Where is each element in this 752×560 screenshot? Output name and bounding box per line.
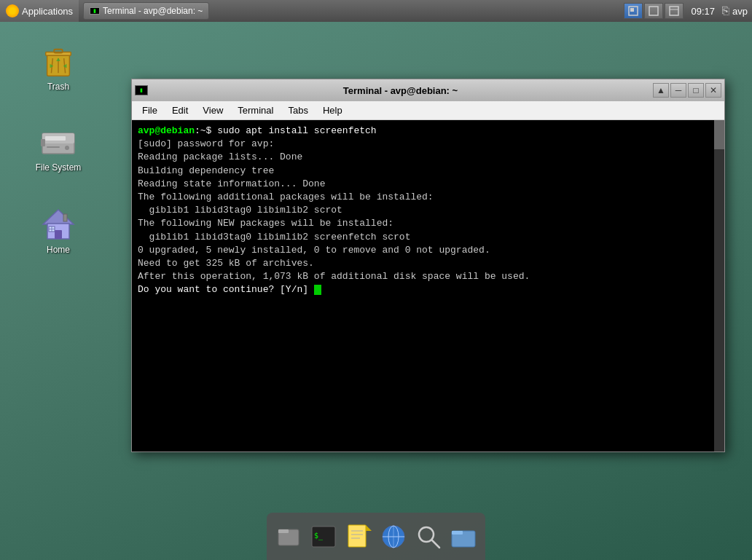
home-label: Home: [47, 245, 70, 255]
terminal-line-8: The following NEW packages will be insta…: [138, 217, 708, 230]
svg-rect-15: [47, 146, 60, 148]
svg-rect-23: [63, 214, 67, 221]
svg-rect-28: [348, 525, 366, 547]
terminal-line-9: giblib1 libid3tag0 libimlib2 screenfetch…: [138, 231, 708, 244]
menu-terminal[interactable]: Terminal: [230, 101, 281, 119]
applications-menu[interactable]: Applications: [0, 0, 79, 22]
terminal-inner: avp@debian:~$ sudo apt install screenfet…: [132, 120, 724, 451]
menu-help[interactable]: Help: [316, 101, 350, 119]
title-btn-maximize[interactable]: □: [688, 83, 704, 98]
taskbar-right: 09:17 ⎘ avp: [624, 3, 752, 19]
filesystem-label: File System: [36, 162, 82, 173]
terminal-window-title: Terminal - avp@debian: ~: [151, 85, 650, 96]
wm-btn-2[interactable]: [644, 3, 663, 19]
svg-rect-41: [452, 531, 463, 535]
dock-search[interactable]: [412, 519, 444, 554]
svg-rect-2: [649, 7, 658, 15]
menu-view[interactable]: View: [195, 101, 230, 119]
terminal-taskbar-icon: ▮: [90, 7, 100, 15]
trash-label: Trash: [47, 82, 69, 92]
terminal-window: ▮ Terminal - avp@debian: ~ ▲ ─ □ ✕ File …: [131, 79, 725, 452]
home-icon: [41, 207, 76, 242]
dock-files[interactable]: [273, 519, 305, 554]
terminal-taskbar-button[interactable]: ▮ Terminal - avp@debian: ~: [83, 2, 209, 20]
terminal-line-13: Do you want to continue? [Y/n]: [138, 283, 708, 296]
menu-tabs[interactable]: Tabs: [281, 101, 315, 119]
terminal-scrollbar-thumb: [714, 120, 724, 149]
desktop-icon-filesystem[interactable]: File System: [29, 120, 87, 177]
terminal-line-12: After this operation, 1,073 kB of additi…: [138, 270, 708, 283]
terminal-titlebar: ▮ Terminal - avp@debian: ~ ▲ ─ □ ✕: [132, 79, 724, 101]
filesystem-icon: [41, 125, 76, 159]
svg-rect-16: [45, 136, 66, 141]
taskbar-top: Applications ▮ Terminal - avp@debian: ~ …: [0, 0, 752, 22]
trash-icon: [41, 44, 76, 79]
dock-notes[interactable]: [342, 519, 375, 554]
menu-file[interactable]: File: [135, 101, 165, 119]
terminal-menubar: File Edit View Terminal Tabs Help: [132, 101, 724, 120]
wm-btn-1[interactable]: [624, 3, 643, 19]
terminal-line-5: Reading state information... Done: [138, 178, 708, 191]
svg-rect-19: [55, 230, 62, 239]
svg-point-38: [419, 527, 434, 542]
title-btn-minimize[interactable]: ─: [670, 83, 686, 98]
svg-rect-13: [41, 139, 45, 146]
title-btn-up[interactable]: ▲: [653, 83, 669, 98]
wm-btn-3[interactable]: [665, 3, 684, 19]
menu-edit[interactable]: Edit: [165, 101, 195, 119]
svg-rect-1: [630, 8, 634, 12]
terminal-window-icon: ▮: [135, 85, 148, 95]
svg-rect-3: [670, 7, 678, 15]
dock-browser[interactable]: [377, 519, 410, 554]
applications-icon: [6, 4, 19, 17]
terminal-line-3: Reading package lists... Done: [138, 151, 708, 164]
network-icon: ⎘: [722, 4, 729, 17]
terminal-cursor: [314, 285, 321, 295]
taskbar-bottom: $_: [267, 513, 485, 560]
terminal-line-7: giblib1 libid3tag0 libimlib2 scrot: [138, 204, 708, 217]
svg-text:$_: $_: [314, 532, 324, 540]
svg-rect-10: [54, 50, 63, 53]
wm-buttons: [624, 3, 684, 19]
terminal-taskbar-label: Terminal - avp@debian: ~: [103, 6, 203, 16]
terminal-line-1: avp@debian:~$ sudo apt install screenfet…: [138, 125, 708, 138]
svg-line-39: [432, 540, 439, 548]
svg-marker-17: [43, 210, 74, 224]
desktop-icon-trash[interactable]: Trash: [29, 39, 87, 96]
terminal-line-10: 0 upgraded, 5 newly installed, 0 to remo…: [138, 244, 708, 257]
svg-point-14: [65, 146, 69, 150]
dock-terminal[interactable]: $_: [308, 519, 340, 554]
terminal-line-2: [sudo] password for avp:: [138, 138, 708, 151]
svg-marker-29: [366, 525, 372, 531]
desktop: Applications ▮ Terminal - avp@debian: ~ …: [0, 0, 752, 560]
terminal-line-4: Building dependency tree: [138, 165, 708, 178]
terminal-content[interactable]: avp@debian:~$ sudo apt install screenfet…: [132, 120, 714, 451]
user-label: avp: [732, 6, 748, 17]
clock: 09:17: [686, 6, 719, 17]
svg-rect-25: [278, 529, 289, 533]
applications-label: Applications: [22, 6, 73, 17]
title-btn-close[interactable]: ✕: [705, 83, 721, 98]
title-buttons: ▲ ─ □ ✕: [653, 83, 721, 98]
desktop-icon-home[interactable]: Home: [29, 202, 87, 259]
terminal-scrollbar[interactable]: [714, 120, 724, 451]
terminal-line-6: The following additional packages will b…: [138, 191, 708, 204]
terminal-line-11: Need to get 325 kB of archives.: [138, 257, 708, 270]
dock-folder[interactable]: [447, 519, 479, 554]
